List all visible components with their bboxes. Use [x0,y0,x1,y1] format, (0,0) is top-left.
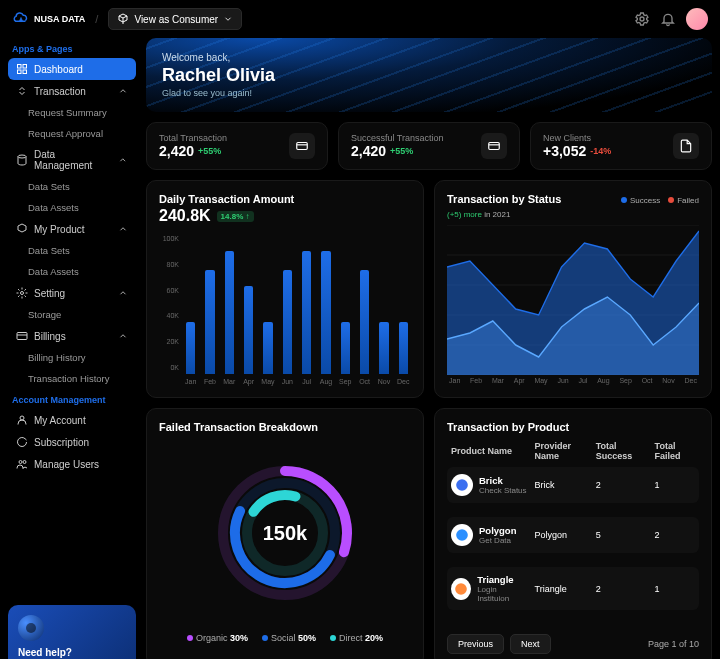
prev-button[interactable]: Previous [447,634,504,654]
bar [205,270,214,374]
user-icon [16,414,28,426]
table-row[interactable]: TriangleLogin InstituionTriangle21 [447,567,699,610]
dot-icon [262,635,268,641]
x-label: Jan [185,378,196,385]
x-label: Apr [243,378,254,385]
bar-column: Apr [241,235,256,385]
svg-point-0 [640,17,644,21]
provider-cell: Polygon [531,517,592,553]
sidebar-item-storage[interactable]: Storage [8,304,136,325]
svg-rect-3 [18,70,22,74]
bar [341,322,350,374]
bar [379,322,388,374]
sidebar-section-account: Account Management [8,389,136,409]
product-sub: Login Instituion [477,585,526,603]
sidebar-item-billing-history[interactable]: Billing History [8,347,136,368]
svg-point-6 [21,292,24,295]
bar [321,251,330,375]
sidebar-item-my-account[interactable]: My Account [8,409,136,431]
success-cell: 2 [592,467,651,503]
bell-icon[interactable] [660,11,676,27]
gear-icon[interactable] [634,11,650,27]
svg-rect-2 [23,65,27,69]
cube-icon [117,13,129,25]
sidebar-item-request-approval[interactable]: Request Approval [8,123,136,144]
bar-column: Oct [357,235,372,385]
bar [244,286,253,374]
sidebar-item-mp-data-sets[interactable]: Data Sets [8,240,136,261]
bar [302,251,311,375]
sidebar-item-data-assets[interactable]: Data Assets [8,197,136,218]
sidebar-item-my-product[interactable]: My Product [8,218,136,240]
sidebar-item-billings[interactable]: Billings [8,325,136,347]
table-row[interactable]: PolygonGet DataPolygon52 [447,517,699,553]
bar-column: Feb [202,235,217,385]
pagination: Previous Next Page 1 of 10 [447,634,699,654]
sidebar-item-subscription[interactable]: Subscription [8,431,136,453]
sidebar-item-request-summary[interactable]: Request Summary [8,102,136,123]
failed-title: Failed Transaction Breakdown [159,421,411,433]
next-button[interactable]: Next [510,634,551,654]
card-icon [16,330,28,342]
table-header-cell: Product Name [447,435,531,467]
table-header-cell: Provider Name [531,435,592,467]
sidebar-item-setting[interactable]: Setting [8,282,136,304]
bar-column: May [260,235,275,385]
sidebar-item-mp-data-assets[interactable]: Data Assets [8,261,136,282]
status-title: Transaction by Status [447,193,561,205]
sidebar-item-dashboard[interactable]: Dashboard [8,58,136,80]
bar [225,251,234,375]
brand-logo: NUSA DATA [12,10,85,28]
avatar[interactable] [686,8,708,30]
top-bar: NUSA DATA / View as Consumer [0,0,720,38]
product-title: Transaction by Product [447,421,699,433]
daily-value: 240.8K14.8% ↑ [159,207,411,225]
legend-item: Social 50% [262,633,316,643]
x-label: Jun [282,378,293,385]
sidebar-item-data-management[interactable]: Data Management [8,144,136,176]
bar [263,322,272,374]
view-as-dropdown[interactable]: View as Consumer [108,8,242,30]
status-area-chart [447,225,699,375]
sidebar-item-data-sets[interactable]: Data Sets [8,176,136,197]
sidebar-item-transaction-history[interactable]: Transaction History [8,368,136,389]
hero-welcome: Welcome back, [162,52,696,63]
product-icon [451,578,471,600]
dot-icon [330,635,336,641]
chevron-up-icon [118,86,128,96]
kpi-value: +3,052 -14% [543,143,611,159]
gear-icon [16,287,28,299]
sidebar-item-transaction[interactable]: Transaction [8,80,136,102]
success-cell: 2 [592,567,651,610]
table-row[interactable]: BrickCheck StatusBrick21 [447,467,699,503]
kpi-card: Total Transaction2,420 +55% [146,122,328,170]
x-label: Nov [378,378,390,385]
wallet-icon [289,133,315,159]
status-subtext: (+5) more in 2021 [447,210,699,219]
svg-rect-1 [18,65,22,69]
product-name: Triangle [477,574,526,585]
product-table-card: Transaction by Product Product NameProvi… [434,408,712,659]
y-axis: 100K80K60K40K20K0K [159,235,179,371]
x-label: Mar [223,378,235,385]
status-legend: Success Failed [621,196,699,205]
grid-icon [16,63,28,75]
bar-column: Jul [299,235,314,385]
bar-column: Nov [376,235,391,385]
failed-cell: 1 [651,567,699,610]
x-label: Oct [359,378,370,385]
help-card: Need help? Please check our FAQ Help [8,605,136,659]
chevron-up-icon [118,288,128,298]
dot-icon [187,635,193,641]
product-sub: Get Data [479,536,516,545]
failed-cell: 2 [651,517,699,553]
svg-point-22 [456,479,468,491]
donut-chart: 150k [195,443,375,623]
help-title: Need help? [18,647,126,658]
wallet-icon [481,133,507,159]
kpi-card: New Clients+3,052 -14% [530,122,712,170]
sidebar-item-manage-users[interactable]: Manage Users [8,453,136,475]
svg-point-8 [20,416,24,420]
kpi-label: Successful Transaction [351,133,444,143]
x-label: Dec [397,378,409,385]
